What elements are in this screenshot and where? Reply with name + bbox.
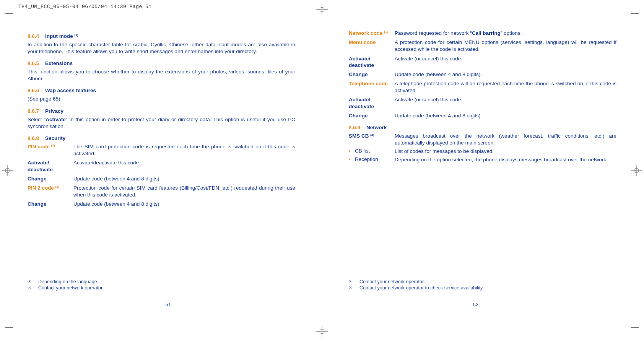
definition-label: Change [349, 112, 395, 119]
definition-row: Activate/ deactivate Activate (or cancel… [349, 55, 616, 69]
definition-row: Change Update code (between 4 and 8 digi… [349, 71, 616, 78]
definition-desc: Update code (between 4 and 8 digits). [395, 112, 616, 119]
section-title: Network [366, 125, 387, 130]
bullet-item: • CB list List of codes for messages to … [349, 148, 616, 155]
bullet-desc: Depending on the option selected, the ph… [395, 156, 616, 163]
section-heading: 8.6.5Extensions [28, 60, 295, 66]
page-number: 52 [322, 302, 629, 307]
registration-mark-icon [631, 165, 642, 176]
crop-mark [625, 0, 625, 13]
paragraph: In addition to the specific character ta… [28, 41, 295, 55]
bullet-label: CB list [355, 148, 395, 154]
definition-row: PIN code (2) The SIM card protection cod… [28, 143, 295, 157]
page-left: 8.6.4Input mode (1) In addition to the s… [15, 23, 322, 318]
section-heading: 8.6.7Privacy [28, 108, 295, 114]
definition-desc: Messages broadcast over the network (wea… [395, 133, 616, 146]
definition-desc: Protection code for certain SIM card fea… [73, 185, 295, 198]
section-heading: 8.6.8Security [28, 135, 295, 141]
definition-row: Telephone code A telephone protection co… [349, 80, 616, 94]
footnotes: (1)Contact your network operator. (2)Con… [349, 278, 616, 291]
definition-desc: A protection code for certain MENU optio… [395, 39, 616, 53]
definition-desc: Password requested for network “Call bar… [395, 30, 616, 37]
definition-label: Change [28, 201, 73, 208]
page-right: Network code (1) Password requested for … [322, 23, 629, 318]
section-heading: 8.6.4Input mode (1) [28, 33, 295, 39]
crop-mark [631, 13, 639, 14]
definition-row: PIN 2 code (2) Protection code for certa… [28, 185, 295, 198]
section-number: 8.6.4 [28, 33, 39, 39]
definition-label: Change [28, 175, 73, 182]
definition-label: Activate/ deactivate [28, 159, 73, 173]
definition-label: Change [349, 71, 395, 78]
definition-label: Activate/ deactivate [349, 96, 395, 110]
crop-mark [19, 0, 19, 13]
section-title: Input mode (1) [45, 33, 78, 39]
definition-row: Network code (1) Password requested for … [349, 30, 616, 37]
crop-mark [19, 328, 19, 341]
definition-desc: A telephone protection code will be requ… [395, 80, 616, 94]
section-number: 8.6.8 [28, 135, 39, 141]
registration-mark-icon [2, 165, 13, 176]
definition-label: Telephone code [349, 80, 395, 87]
paragraph: Select “Activate” in this option in orde… [28, 116, 295, 130]
definition-row: Change Update code (between 4 and 8 digi… [28, 175, 295, 182]
paragraph: This function allows you to choose wheth… [28, 68, 295, 82]
bullet-desc: List of codes for messages to be display… [395, 148, 616, 155]
definition-desc: Update code (between 4 and 8 digits). [73, 175, 295, 182]
definition-row: Change Update code (between 4 and 8 digi… [349, 112, 616, 119]
definition-label: Network code (1) [349, 30, 395, 37]
section-title: Wap access features [45, 88, 96, 93]
section-heading: 8.6.6Wap access features [28, 88, 295, 93]
footnotes: (1)Depending on the language. (2)Contact… [28, 278, 295, 291]
section-title: Security [45, 135, 65, 141]
crop-mark [625, 328, 625, 341]
definition-row: SMS CB (2) Messages broadcast over the n… [349, 133, 616, 146]
definition-label: PIN 2 code (2) [28, 185, 73, 192]
definition-desc: Activate/deactivate this code. [73, 159, 295, 166]
section-number: 8.6.7 [28, 108, 39, 114]
section-number: 8.6.5 [28, 60, 39, 66]
footnote: (2)Contact your network operator to chec… [349, 285, 616, 291]
bullet-icon: • [349, 148, 355, 154]
section-number: 8.6.9 [349, 125, 360, 130]
footnote: (1)Contact your network operator. [349, 279, 616, 284]
definition-label: Activate/ deactivate [349, 55, 395, 69]
footnote: (2)Contact your network operator. [28, 285, 295, 291]
definition-desc: Activate (or cancel) this code. [395, 55, 616, 62]
definition-label: PIN code (2) [28, 143, 73, 150]
bullet-icon: • [349, 156, 355, 162]
registration-mark-icon [316, 4, 328, 15]
section-title: Privacy [45, 108, 63, 114]
paragraph: (See page 65). [28, 96, 295, 102]
section-heading: 8.6.9Network [349, 125, 616, 130]
section-number: 8.6.6 [28, 88, 39, 93]
definition-desc: Activate (or cancel) this code. [395, 96, 616, 103]
definition-row: Activate/ deactivate Activate/deactivate… [28, 159, 295, 173]
crop-mark [631, 327, 639, 328]
crop-mark [5, 13, 13, 14]
definition-desc: Update code (between 4 and 8 digits). [395, 71, 616, 78]
definition-row: Activate/ deactivate Activate (or cancel… [349, 96, 616, 110]
registration-mark-icon [316, 326, 328, 337]
bullet-label: Reception [355, 156, 395, 162]
footnote: (1)Depending on the language. [28, 279, 295, 284]
page-number: 51 [15, 302, 322, 307]
page-spread: 8.6.4Input mode (1) In addition to the s… [15, 23, 629, 318]
definition-label: SMS CB (2) [349, 133, 395, 140]
bullet-item: • Reception Depending on the option sele… [349, 156, 616, 163]
definition-row: Menu code A protection code for certain … [349, 39, 616, 53]
print-header: TH4_UM_FCC_06-05-04 06/05/04 14:39 Page … [18, 4, 152, 10]
definition-label: Menu code [349, 39, 395, 46]
definition-desc: Update code (between 4 and 8 digits). [73, 201, 295, 208]
definition-desc: The SIM card protection code is requeste… [73, 143, 295, 157]
definition-row: Change Update code (between 4 and 8 digi… [28, 201, 295, 208]
section-title: Extensions [45, 60, 73, 66]
crop-mark [5, 327, 13, 328]
